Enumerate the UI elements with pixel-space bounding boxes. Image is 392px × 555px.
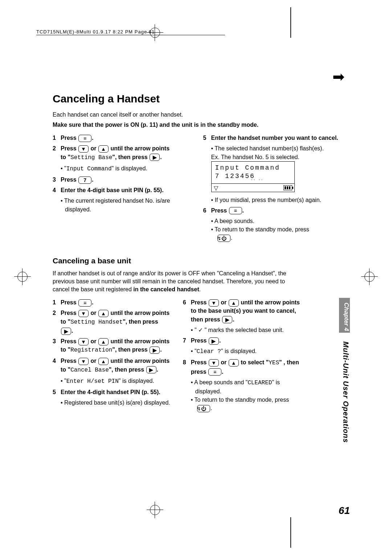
crop-mark-bottom [150,505,160,515]
chapter-title-vertical: Multi-Unit User Operations [342,341,350,443]
blink-marks: ՝՝ ՛՛ [251,181,291,183]
print-header: TCD715NLM(E)-8Multi 01.9.17 8:22 PM Page… [36,29,155,35]
section-2-left: 1 Press ≡. 2 Press ▼ or ▲ until the arro… [53,296,171,412]
b-step-6: 6 Press ▼ or ▲ until the arrow points to… [183,298,301,324]
step-6: 6 Press ≡. [203,206,342,215]
section-1-columns: 1 Press ≡. 2 Press ▼ or ▲ until the arro… [53,131,341,242]
up-key-icon: ▲ [98,358,109,365]
step-2: 2 Press ▼ or ▲ until the arrow points to… [53,144,191,162]
b-step-3: 3 Press ▼ or ▲ until the arrow points to… [53,337,171,355]
down-key-icon: ▼ [209,299,219,307]
right-key-icon: ▶ [222,316,232,323]
b-step-7: 7 Press ▶. [183,336,301,345]
lcd-row-1: Input Command [215,164,291,172]
down-key-icon: ▼ [78,145,89,153]
right-key-icon: ▶ [150,154,160,161]
right-key-icon: ▶ [61,328,71,335]
down-key-icon: ▼ [78,358,89,365]
step-6-note-2: To return to the standby mode, press ↯⏻. [211,225,342,242]
down-key-icon: ▼ [78,338,89,345]
section-1-right: 5 Enter the handset number you want to c… [203,131,342,242]
page-number: 61 [339,505,350,516]
power-key-icon: ↯⏻ [217,235,230,242]
step-5-note: The selected handset number(s) flash(es)… [211,144,342,153]
menu-key-icon: ≡ [208,368,221,376]
chapter-tab: Chapter 4 [339,298,350,333]
b-step-4-note: "Enter H/set PIN" is displayed. [61,377,171,386]
up-key-icon: ▲ [98,338,109,345]
b-step-7-note: "Clear ?" is displayed. [191,347,301,356]
b-step-8: 8 Press ▼ or ▲ to select "YES" , then pr… [183,358,301,376]
intro-text: Each handset can cancel itself or anothe… [53,111,341,119]
trim-bar-top [290,7,291,38]
b-step-5: 5 Enter the 4-digit handset PIN (p. 55). [53,388,171,396]
content-area: Canceling a Handset Each handset can can… [53,93,341,413]
seven-key-icon: 7 [78,177,91,184]
trim-bar-bottom [290,517,291,548]
crop-mark-right [364,272,375,282]
b-step-4: 4 Press ▼ or ▲ until the arrow points to… [53,357,171,374]
antenna-icon: ▽ [214,185,218,191]
step-4-note: The current registered handset No. is/ar… [61,197,191,213]
down-key-icon: ▼ [78,310,89,317]
menu-key-icon: ≡ [78,299,91,307]
right-key-icon: ▶ [209,337,219,345]
b-step-5-note: Registered base unit(s) is(are) displaye… [61,398,171,407]
section-2-right: 6 Press ▼ or ▲ until the arrow points to… [183,296,301,412]
up-key-icon: ▲ [229,299,239,307]
menu-key-icon: ≡ [229,207,242,214]
down-key-icon: ▼ [209,359,219,366]
subsection-intro: If another handset is out of range and/o… [53,270,301,293]
intro-warning: Make sure that the power is ON (p. 11) a… [53,121,341,129]
step-3: 3 Press 7. [53,175,191,184]
up-key-icon: ▲ [98,145,109,153]
step-2-note: "Input Command" is displayed. [61,164,191,173]
step-5-example-label: Ex. The handset No. 5 is selected. [211,153,342,161]
b-step-8-note-2: To return to the standby mode, press ↯⏻. [191,396,301,412]
step-1: 1 Press ≡. [53,134,191,142]
b-step-8-note-1: A beep sounds and "CLEARED" is displayed… [191,378,301,396]
b-step-1: 1 Press ≡. [53,298,171,307]
step-5-note-2: If you misdial, press the number(s) agai… [211,196,342,204]
page: TCD715NLM(E)-8Multi 01.9.17 8:22 PM Page… [0,0,392,555]
section-1-left: 1 Press ≡. 2 Press ▼ or ▲ until the arro… [53,131,191,242]
b-step-6-note: " ✓ " marks the selected base unit. [191,326,301,334]
battery-icon [283,185,292,190]
page-title: Canceling a Handset [53,93,341,105]
power-key-icon: ↯⏻ [197,405,210,412]
up-key-icon: ▲ [229,359,239,366]
section-2-columns: 1 Press ≡. 2 Press ▼ or ▲ until the arro… [53,296,301,412]
lcd-display: Input Command 7 123456 ՝՝ ՛՛ ▽ [211,161,295,192]
right-key-icon: ▶ [146,366,156,373]
b-step-2: 2 Press ▼ or ▲ until the arrow points to… [53,309,171,335]
header-rule [36,35,225,35]
crop-mark-top [150,28,160,38]
right-key-icon: ▶ [150,347,160,354]
subsection-title: Canceling a base unit [53,256,341,265]
crop-mark-left [17,272,28,282]
step-4: 4 Enter the 4-digit base unit PIN (p. 55… [53,186,191,194]
next-page-arrow-icon: ➡ [332,68,345,85]
step-6-note-1: A beep sounds. [211,217,342,225]
menu-key-icon: ≡ [78,135,91,142]
step-5: 5 Enter the handset number you want to c… [203,134,342,142]
up-key-icon: ▲ [98,310,109,317]
